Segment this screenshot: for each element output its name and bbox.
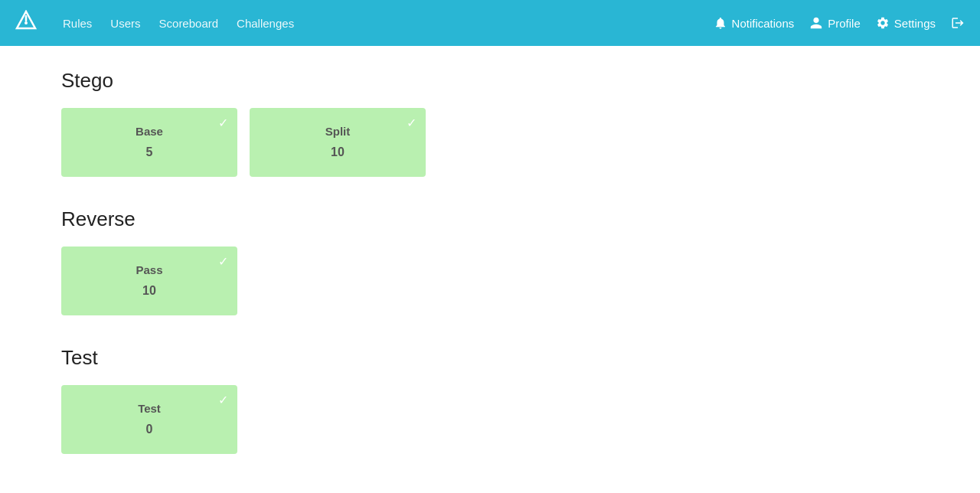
main-content: Stego ✓ Base 5 ✓ Split 10 Reverse ✓ Pass… bbox=[0, 46, 980, 493]
category-reverse: Reverse ✓ Pass 10 bbox=[61, 207, 919, 315]
challenge-name-test: Test bbox=[138, 402, 161, 415]
settings-label: Settings bbox=[894, 17, 936, 30]
challenge-name-split: Split bbox=[325, 125, 351, 138]
navbar-left: Rules Users Scoreboard Challenges bbox=[15, 10, 294, 36]
profile-label: Profile bbox=[828, 17, 861, 30]
logout-icon bbox=[951, 16, 965, 30]
solved-check-icon-4: ✓ bbox=[218, 393, 228, 407]
challenge-value-pass: 10 bbox=[142, 284, 156, 298]
category-title-stego: Stego bbox=[61, 69, 919, 93]
nav-notifications[interactable]: Notifications bbox=[714, 16, 795, 30]
challenge-value-base: 5 bbox=[146, 145, 153, 159]
category-title-test: Test bbox=[61, 346, 919, 370]
solved-check-icon: ✓ bbox=[218, 116, 228, 130]
challenge-name-base: Base bbox=[136, 125, 163, 138]
logo-icon[interactable] bbox=[15, 10, 37, 36]
challenges-row-stego: ✓ Base 5 ✓ Split 10 bbox=[61, 108, 919, 177]
challenges-row-reverse: ✓ Pass 10 bbox=[61, 246, 919, 315]
nav-link-scoreboard[interactable]: Scoreboard bbox=[159, 17, 219, 30]
user-icon bbox=[809, 16, 823, 30]
challenge-name-pass: Pass bbox=[136, 263, 162, 276]
notifications-label: Notifications bbox=[732, 17, 795, 30]
nav-link-rules[interactable]: Rules bbox=[63, 17, 92, 30]
settings-icon bbox=[876, 16, 890, 30]
solved-check-icon-3: ✓ bbox=[218, 254, 228, 269]
navbar-right: Notifications Profile Settings bbox=[714, 16, 965, 30]
category-title-reverse: Reverse bbox=[61, 207, 919, 231]
nav-logout[interactable] bbox=[951, 16, 965, 30]
challenge-card-pass[interactable]: ✓ Pass 10 bbox=[61, 246, 237, 315]
challenge-card-base[interactable]: ✓ Base 5 bbox=[61, 108, 237, 177]
solved-check-icon-2: ✓ bbox=[407, 116, 416, 130]
nav-link-users[interactable]: Users bbox=[110, 17, 140, 30]
challenge-card-test[interactable]: ✓ Test 0 bbox=[61, 385, 237, 454]
svg-point-1 bbox=[24, 21, 28, 24]
challenge-card-split[interactable]: ✓ Split 10 bbox=[250, 108, 426, 177]
challenge-value-split: 10 bbox=[331, 145, 345, 159]
nav-settings[interactable]: Settings bbox=[876, 16, 936, 30]
nav-profile[interactable]: Profile bbox=[809, 16, 861, 30]
nav-link-challenges[interactable]: Challenges bbox=[237, 17, 294, 30]
bell-icon bbox=[714, 16, 727, 30]
navbar: Rules Users Scoreboard Challenges Notifi… bbox=[0, 0, 980, 46]
category-stego: Stego ✓ Base 5 ✓ Split 10 bbox=[61, 69, 919, 177]
challenge-value-test: 0 bbox=[146, 423, 153, 436]
category-test: Test ✓ Test 0 bbox=[61, 346, 919, 454]
challenges-row-test: ✓ Test 0 bbox=[61, 385, 919, 454]
